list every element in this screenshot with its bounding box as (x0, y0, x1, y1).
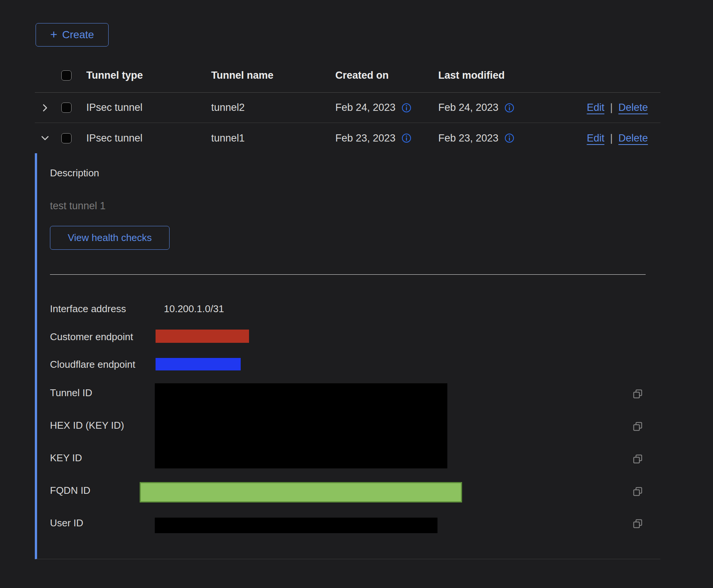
user-id-label: User ID (50, 517, 83, 529)
table-row-tunnel2: IPsec tunnel tunnel2 Feb 24, 2023 Feb 24… (35, 93, 660, 123)
create-button[interactable]: + Create (36, 23, 109, 47)
tunnel-name-cell: tunnel1 (211, 132, 335, 144)
last-modified-cell: Feb 23, 2023 (438, 132, 498, 144)
fqdn-id-redacted-value (140, 482, 462, 502)
cloudflare-endpoint-label: Cloudflare endpoint (50, 358, 135, 370)
row-checkbox-tunnel1[interactable] (61, 133, 72, 143)
created-on-cell: Feb 23, 2023 (335, 132, 395, 144)
description-label: Description (50, 167, 99, 179)
tunnel-name-cell: tunnel2 (211, 102, 335, 114)
col-header-last-modified: Last modified (438, 70, 548, 81)
col-header-tunnel-type: Tunnel type (86, 70, 211, 81)
tunnel-details-panel: Description test tunnel 1 View health ch… (35, 153, 660, 559)
copy-icon (633, 487, 643, 496)
row-checkbox-tunnel2[interactable] (61, 103, 72, 113)
key-id-label: KEY ID (50, 452, 82, 464)
delete-link-tunnel1[interactable]: Delete (618, 132, 648, 144)
copy-fqdn-id-button[interactable] (633, 487, 643, 496)
action-separator: | (610, 102, 613, 114)
customer-endpoint-redacted-value (156, 330, 249, 343)
hex-id-label: HEX ID (KEY ID) (50, 419, 124, 431)
fqdn-id-label: FQDN ID (50, 484, 90, 496)
table-header-row: Tunnel type Tunnel name Created on Last … (35, 59, 660, 93)
customer-endpoint-label: Customer endpoint (50, 331, 133, 343)
copy-icon (633, 422, 643, 431)
copy-key-id-button[interactable] (633, 454, 643, 464)
copy-user-id-button[interactable] (633, 519, 643, 529)
last-modified-cell: Feb 24, 2023 (438, 102, 498, 114)
copy-tunnel-id-button[interactable] (633, 389, 643, 399)
copy-icon (633, 389, 643, 399)
interface-address-value: 10.200.1.0/31 (164, 303, 224, 315)
copy-icon (633, 454, 643, 464)
edit-link-tunnel2[interactable]: Edit (587, 102, 604, 114)
interface-address-label: Interface address (50, 303, 126, 315)
ipsec-tunnels-page: + Create Tunnel type Tunnel name Created… (0, 0, 713, 588)
action-separator: | (610, 132, 613, 144)
table-row-tunnel1: IPsec tunnel tunnel1 Feb 23, 2023 Feb 23… (35, 123, 660, 153)
delete-link-tunnel2[interactable]: Delete (618, 102, 648, 114)
select-all-checkbox[interactable] (61, 70, 72, 81)
user-id-redacted-value (155, 518, 437, 533)
tunnel-id-label: Tunnel ID (50, 387, 92, 399)
edit-link-tunnel1[interactable]: Edit (587, 132, 604, 144)
cloudflare-endpoint-redacted-value (156, 358, 241, 370)
panel-divider (50, 274, 646, 275)
ids-redacted-value (155, 383, 447, 468)
created-on-cell: Feb 24, 2023 (335, 102, 395, 114)
plus-icon: + (50, 28, 58, 40)
view-health-checks-label: View health checks (68, 232, 152, 244)
copy-icon (633, 519, 643, 529)
col-header-created-on: Created on (335, 70, 438, 81)
description-value: test tunnel 1 (50, 200, 106, 212)
tunnels-table: Tunnel type Tunnel name Created on Last … (35, 59, 660, 153)
tunnel-type-cell: IPsec tunnel (86, 132, 211, 144)
tunnel-type-cell: IPsec tunnel (86, 102, 211, 114)
chevron-right-icon[interactable] (40, 103, 50, 113)
info-icon[interactable] (504, 103, 514, 113)
create-button-label: Create (62, 29, 94, 41)
chevron-down-icon[interactable] (40, 133, 50, 143)
info-icon[interactable] (402, 103, 411, 113)
copy-hex-id-button[interactable] (633, 422, 643, 431)
view-health-checks-button[interactable]: View health checks (50, 226, 170, 250)
info-icon[interactable] (504, 133, 514, 143)
info-icon[interactable] (402, 133, 411, 143)
col-header-tunnel-name: Tunnel name (211, 70, 335, 81)
